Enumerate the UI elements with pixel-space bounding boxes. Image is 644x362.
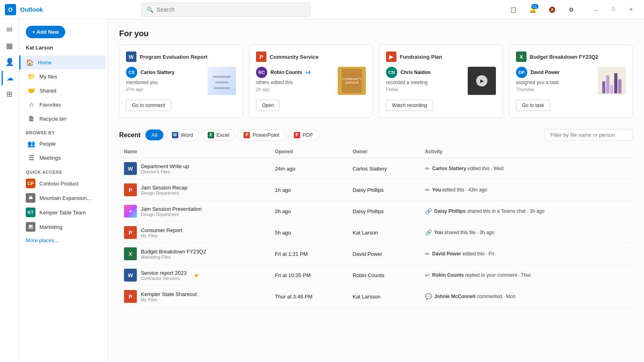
ppt-app-icon-2: ▶ — [386, 51, 396, 62]
card-header-3: X Budget Breakdown FY23Q2 — [516, 51, 626, 62]
file-opened-5: Fri at 10:35 PM — [270, 265, 348, 286]
file-owner-5: Robin Counts — [348, 265, 420, 286]
alert-icon: 🔕 — [549, 6, 555, 13]
card-time-2: Friday — [386, 87, 463, 92]
filter-tab-all[interactable]: All — [145, 130, 163, 140]
nav-item-shared[interactable]: 🤝 Shared — [21, 84, 106, 98]
sidebar-icon-people[interactable]: 👤 — [2, 55, 17, 69]
settings-icon-btn[interactable]: ⚙ — [565, 3, 578, 16]
filter-tab-powerpoint[interactable]: P PowerPoint — [237, 130, 285, 141]
nav-item-home[interactable]: 🏠 Home — [19, 56, 106, 70]
nav-label-home: Home — [38, 60, 52, 66]
activity-cell-4: ✏ David Power edited this · Fri — [425, 251, 628, 257]
qa-item-mountain[interactable]: 🏔 Mountain Expansion... — [19, 191, 107, 205]
sidebar-icon-onedrive[interactable]: ☁ — [2, 71, 17, 85]
nav-item-recyclebin[interactable]: 🗑 Recycle bin — [21, 112, 106, 125]
table-row[interactable]: X Budget Breakdown FY23Q2 Marketing File… — [119, 243, 633, 265]
for-you-cards: W Program Evaluation Report CS Carlos Sl… — [119, 45, 633, 118]
card-button-3[interactable]: Go to task — [516, 100, 550, 111]
card-user-name-2: Chris Naidoo — [400, 70, 431, 75]
table-row[interactable]: W Department Write up Director's Files 2… — [119, 158, 633, 179]
file-owner-4: David Power — [348, 243, 420, 265]
filter-tab-pdf[interactable]: P PDF — [288, 130, 319, 141]
activity-text-1: edited this · 43m ago — [441, 187, 487, 193]
activity-cell-0: ✏ Carlos Slattery edited this · Wed — [425, 165, 628, 172]
nav-item-myfiles[interactable]: 📁 My files — [21, 70, 106, 84]
nav-item-favorites[interactable]: ☆ Favorites — [21, 98, 106, 112]
card-program-evaluation[interactable]: W Program Evaluation Report CS Carlos Sl… — [119, 45, 243, 118]
activity-text-0: edited this · Wed — [466, 166, 504, 171]
avatar-robin: RC — [256, 67, 267, 78]
filter-search-input[interactable] — [544, 129, 633, 141]
excel-file-icon-4: X — [124, 247, 137, 260]
outlook-logo-icon: O — [5, 4, 16, 15]
card-user-3: DP David Power — [516, 67, 593, 78]
file-name-6: Kempler State Shareout — [141, 291, 197, 297]
reply-activity-icon-5: ↩ — [425, 272, 430, 278]
close-button[interactable]: ✕ — [623, 4, 639, 16]
file-name-3: Consumer Report — [141, 227, 182, 233]
alert-icon-btn[interactable]: 🔕 — [546, 3, 559, 16]
nav-item-people[interactable]: 👥 People — [21, 137, 106, 151]
table-row[interactable]: P Consumer Report My Files 5h ago Kat La… — [119, 222, 633, 243]
file-meta-6: Kempler State Shareout My Files — [141, 291, 197, 302]
filter-tab-word[interactable]: W Word — [166, 130, 199, 141]
ppt-file-icon-1: P — [124, 183, 137, 196]
table-row[interactable]: ✦ Jam Session Presentation Design Depart… — [119, 201, 633, 222]
activity-person-0: Carlos Slattery — [432, 166, 466, 171]
card-time-1: 2h ago — [256, 87, 333, 92]
activity-text-6: commented · Mon — [475, 294, 515, 299]
table-row[interactable]: W Service report 2023 Contractor Service… — [119, 265, 633, 286]
nav-item-meetings[interactable]: ☰ Meetings — [21, 151, 106, 165]
share-activity-icon-2: 🔗 — [425, 208, 432, 214]
col-name: Name — [119, 146, 270, 158]
title-bar-left: O Outlook — [5, 4, 43, 15]
card-budget-breakdown[interactable]: X Budget Breakdown FY23Q2 DP David Power… — [509, 45, 633, 118]
qa-item-kemper[interactable]: KT Kemper Table Team — [19, 205, 107, 220]
card-button-2[interactable]: Watch recording — [386, 100, 433, 111]
window-controls: — ☐ ✕ — [588, 4, 639, 16]
file-name-2: Jam Session Presentation — [141, 206, 202, 212]
title-bar: O Outlook 🔍 📋 🔔 11 🔕 ⚙ — ☐ ✕ — [0, 0, 644, 19]
file-location-0: Director's Files — [141, 169, 189, 174]
maximize-button[interactable]: ☐ — [605, 4, 621, 16]
table-row[interactable]: P Kempler State Shareout My Files Thur a… — [119, 286, 633, 307]
filter-tab-excel[interactable]: X Excel — [202, 130, 235, 141]
card-extra-1: +4 — [305, 70, 311, 75]
sidebar-icon-apps[interactable]: ⊞ — [2, 87, 17, 101]
edit-activity-icon-0: ✏ — [425, 165, 430, 172]
add-new-button[interactable]: + Add New — [26, 26, 65, 38]
card-fundraising-plan[interactable]: ▶ Fundraising Plan CN Chris Naidoo recor… — [379, 45, 503, 118]
folder-icon: 📁 — [27, 73, 35, 80]
file-location-5: Contractor Services — [141, 276, 186, 281]
qa-label-marketing: Marketing — [39, 224, 62, 230]
sidebar-icon-calendar[interactable]: ▦ — [2, 39, 17, 53]
qa-item-marketing[interactable]: 📊 Marketing — [19, 220, 107, 234]
search-bar[interactable]: 🔍 — [141, 2, 310, 17]
browse-by-label: Browse by — [19, 125, 107, 137]
file-opened-0: 24m ago — [270, 158, 348, 179]
card-body-0: CS Carlos Slattery mentioned you 27m ago — [126, 67, 236, 95]
recent-header: Recent All W Word X Excel P PowerPoint P… — [119, 129, 633, 141]
nav-label-shared: Shared — [39, 88, 56, 94]
notifications-icon-btn[interactable]: 🔔 11 — [526, 3, 539, 16]
card-action-1: others edited this — [256, 80, 333, 85]
shared-icon: 🤝 — [27, 87, 35, 95]
search-input[interactable] — [157, 6, 305, 13]
card-button-0[interactable]: Go to comment — [126, 100, 171, 111]
minimize-button[interactable]: — — [588, 4, 604, 16]
app-layout: ✉ ▦ 👤 ☁ ⊞ + Add New Kat Larson 🏠 Home 📁 … — [0, 19, 644, 362]
activity-cell-5: ↩ Robin Counts replied to your comment ·… — [425, 272, 628, 278]
clipboard-icon-btn[interactable]: 📋 — [507, 3, 520, 16]
file-owner-6: Kat Larsson — [348, 286, 420, 307]
qa-item-contoso[interactable]: CP Contoso Product — [19, 176, 107, 191]
card-community-service[interactable]: P Community Service RC Robin Counts +4 o… — [249, 45, 373, 118]
file-meta-1: Jam Session Recap Design Department — [141, 185, 188, 195]
excel-app-icon-3: X — [516, 51, 526, 62]
card-button-1[interactable]: Open — [256, 100, 280, 111]
sidebar-icon-mail[interactable]: ✉ — [2, 23, 17, 37]
more-places-link[interactable]: More places... — [19, 234, 107, 247]
table-row[interactable]: P Jam Session Recap Design Department 1h… — [119, 179, 633, 201]
file-meta-0: Department Write up Director's Files — [141, 163, 189, 174]
card-thumbnail-2: ▶ — [468, 67, 496, 95]
